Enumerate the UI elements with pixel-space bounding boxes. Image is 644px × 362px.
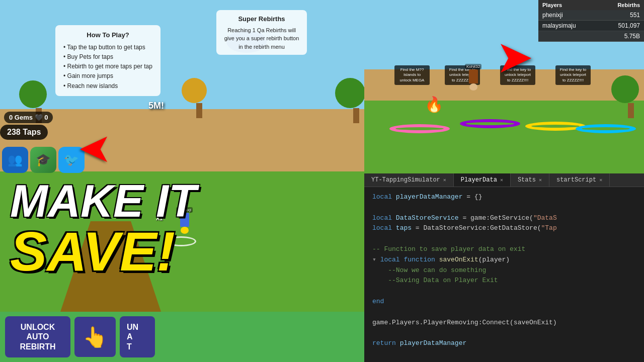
code-line: local taps = DataStoreService:GetDataSto… bbox=[372, 223, 636, 234]
howtoplay-step: Rebirth to get more taps per tap bbox=[63, 62, 152, 71]
player-rebirths: 5.75B bbox=[624, 33, 640, 40]
code-line bbox=[372, 203, 636, 213]
social-icons-bar[interactable]: 👥 🎓 🐦 bbox=[0, 145, 87, 175]
tab-stats[interactable]: Stats ✕ bbox=[511, 173, 549, 187]
unlock-label: UNLOCKAUTOREBIRTH bbox=[20, 323, 55, 350]
code-line bbox=[372, 307, 636, 318]
player-kohit32: Kohit32 bbox=[465, 64, 481, 90]
bottom-buttons-bar: UNLOCKAUTOREBIRTH 👆 UNAT bbox=[0, 312, 367, 362]
player-name: phenixji bbox=[542, 12, 563, 19]
partial-button[interactable]: UNAT bbox=[120, 316, 155, 357]
taps-value: 238 Taps bbox=[7, 128, 41, 136]
platform-ring bbox=[460, 119, 520, 128]
code-line: game.Players.PlayerRemoving:Connect(save… bbox=[372, 318, 636, 328]
tab-label: YT-TappingSimulator bbox=[371, 176, 440, 184]
code-line: -- Function to save player data on exit bbox=[372, 244, 636, 255]
tab-yt-tapping[interactable]: YT-TappingSimulator ✕ bbox=[364, 173, 454, 187]
superrebirths-title: Super Rebirths bbox=[223, 14, 300, 24]
hud-bar: 0 Gems 🖤 0 bbox=[0, 110, 57, 125]
superrebirths-desc: Reaching 1 Qa Rebirths will give you a s… bbox=[223, 26, 300, 51]
code-line bbox=[372, 286, 636, 297]
howtoplay-title: How To Play? bbox=[63, 30, 152, 41]
code-line bbox=[372, 328, 636, 338]
tree-decoration bbox=[191, 78, 207, 118]
editor-tabs[interactable]: YT-TappingSimulator ✕ PlayerData ✕ Stats… bbox=[364, 173, 644, 187]
superrebirths-panel: Super Rebirths Reaching 1 Qa Rebirths wi… bbox=[216, 10, 307, 55]
players-col-header: Players bbox=[542, 2, 562, 8]
howtoplay-step: Tap the tap button to get taps bbox=[63, 43, 152, 52]
tab-close-icon[interactable]: ✕ bbox=[599, 177, 602, 183]
taps-display: 238 Taps bbox=[0, 125, 48, 140]
player-name: malaysimaju bbox=[542, 22, 576, 29]
code-line: ▾ local function saveOnExit(player) bbox=[372, 255, 636, 265]
tab-startscript[interactable]: startScript ✕ bbox=[549, 173, 610, 187]
social-btn-school[interactable]: 🎓 bbox=[30, 147, 56, 173]
player-row: malaysimaju 501,097 bbox=[538, 21, 644, 31]
player-row: phenixji 551 bbox=[538, 10, 644, 21]
group-icon: 👥 bbox=[8, 153, 23, 167]
platform-ring bbox=[576, 124, 636, 133]
tab-label: Stats bbox=[518, 176, 536, 184]
code-line: --Now we can do something bbox=[372, 265, 636, 276]
howtoplay-list: Tap the tap button to get taps Buy Pets … bbox=[63, 43, 152, 91]
tree-decoration bbox=[347, 78, 365, 123]
gems-display: 0 Gems 🖤 0 bbox=[4, 112, 53, 123]
hearts-value: 0 bbox=[44, 114, 48, 121]
tab-close-icon[interactable]: ✕ bbox=[500, 177, 503, 183]
howtoplay-step: Reach new islands bbox=[63, 81, 152, 91]
social-btn-group[interactable]: 👥 bbox=[2, 147, 28, 173]
ground-path bbox=[60, 221, 161, 312]
code-line: end bbox=[372, 297, 636, 307]
player-row: 5.75B bbox=[538, 31, 644, 42]
code-editor: YT-TappingSimulator ✕ PlayerData ✕ Stats… bbox=[364, 173, 644, 362]
fire-effect: 🔥 bbox=[425, 96, 443, 113]
game-area: How To Play? Tap the tap button to get t… bbox=[0, 0, 367, 312]
tab-close-icon[interactable]: ✕ bbox=[539, 177, 542, 183]
code-line bbox=[372, 234, 636, 244]
multiplier-text: 5M! bbox=[148, 101, 164, 111]
code-content[interactable]: local playerDataManager = {} local DataS… bbox=[364, 187, 644, 358]
tree-right bbox=[622, 75, 639, 118]
tab-label: PlayerData bbox=[461, 176, 497, 184]
tab-label: startScript bbox=[556, 176, 596, 184]
players-table: Players Rebirths phenixji 551 malaysimaj… bbox=[538, 0, 644, 42]
rebirths-col-header: Rebirths bbox=[617, 2, 640, 8]
code-line: return playerDataManager bbox=[372, 338, 636, 349]
gems-value: 0 Gems bbox=[9, 114, 33, 121]
code-line: local DataStoreService = game:GetService… bbox=[372, 213, 636, 224]
sign-board: Find the M??Islands tounlock MEGA bbox=[394, 65, 430, 85]
tab-close-icon[interactable]: ✕ bbox=[443, 177, 446, 183]
sign-board: Find the key tounlock teleportto ZZZZZ!!… bbox=[500, 65, 535, 85]
hand-icon-button[interactable]: 👆 bbox=[74, 317, 116, 357]
hearts-icon: 🖤 bbox=[35, 114, 45, 121]
twitter-icon: 🐦 bbox=[64, 153, 79, 167]
players-table-header: Players Rebirths bbox=[538, 0, 644, 10]
platform-ring bbox=[389, 124, 450, 133]
unlock-auto-rebirth-button[interactable]: UNLOCKAUTOREBIRTH bbox=[5, 316, 70, 357]
tab-playerdata[interactable]: PlayerData ✕ bbox=[454, 173, 511, 187]
hand-icon: 👆 bbox=[83, 325, 108, 349]
graduation-icon: 🎓 bbox=[36, 153, 51, 167]
code-line: --Saving Data on Player Exit bbox=[372, 276, 636, 286]
player-rebirths: 551 bbox=[630, 12, 640, 19]
partial-label: UNAT bbox=[127, 323, 138, 350]
player-character: phenixji bbox=[176, 207, 193, 234]
player-rebirths: 501,097 bbox=[618, 22, 640, 29]
social-btn-twitter[interactable]: 🐦 bbox=[58, 147, 85, 173]
x1-label: X1 bbox=[156, 215, 163, 221]
ground-circle bbox=[166, 236, 196, 246]
howtoplay-step: Buy Pets for taps bbox=[63, 52, 152, 62]
howtoplay-panel: How To Play? Tap the tap button to get t… bbox=[55, 25, 160, 96]
sign-board: Find the key tounlock teleportto ZZZZZ!!… bbox=[555, 65, 591, 85]
howtoplay-step: Gain more jumps bbox=[63, 71, 152, 81]
code-line: local playerDataManager = {} bbox=[372, 192, 636, 203]
